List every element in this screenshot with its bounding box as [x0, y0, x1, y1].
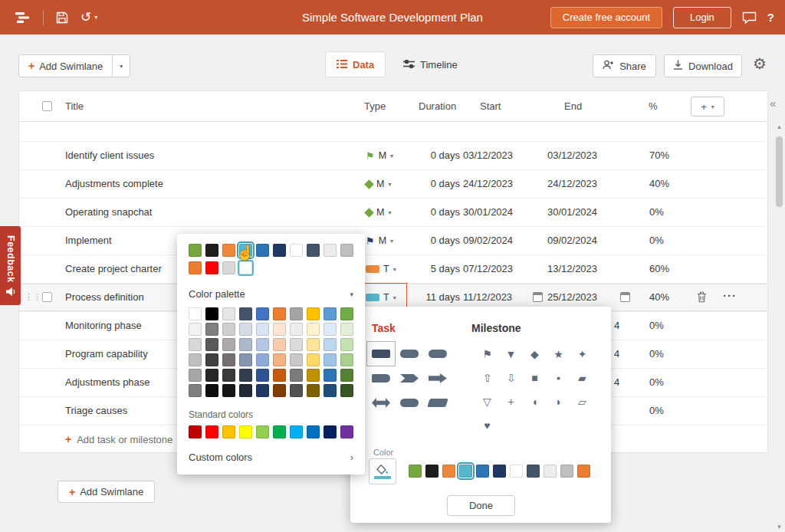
- color-swatch[interactable]: [256, 307, 269, 320]
- color-swatch[interactable]: [307, 338, 320, 351]
- color-swatch[interactable]: [256, 338, 269, 351]
- milestone-shape[interactable]: ⇩: [499, 366, 523, 389]
- color-swatch[interactable]: [340, 369, 353, 382]
- vertical-scrollbar[interactable]: ▴ ▾: [774, 121, 784, 532]
- column-header-type[interactable]: Type: [364, 100, 386, 112]
- color-swatch[interactable]: [205, 323, 218, 336]
- color-swatch[interactable]: [324, 323, 337, 336]
- color-swatch[interactable]: [239, 425, 252, 438]
- start-date-cell[interactable]: 03/12/2023: [463, 149, 513, 161]
- color-swatch[interactable]: [527, 465, 540, 478]
- color-swatch[interactable]: [290, 384, 303, 397]
- color-swatch[interactable]: [189, 307, 202, 320]
- task-shape-double-arrow[interactable]: [367, 391, 395, 415]
- column-header-title[interactable]: Title: [65, 100, 84, 112]
- chat-icon[interactable]: [742, 11, 757, 24]
- color-swatch[interactable]: [222, 425, 235, 438]
- milestone-shape[interactable]: ▪: [547, 366, 570, 389]
- milestone-shape[interactable]: ▼: [499, 342, 523, 366]
- color-swatch[interactable]: [324, 307, 337, 320]
- task-shape-rounded[interactable]: [396, 342, 423, 366]
- app-logo-icon[interactable]: [15, 11, 31, 24]
- color-swatch[interactable]: [239, 323, 252, 336]
- tab-data[interactable]: Data: [325, 51, 386, 77]
- color-swatch[interactable]: [189, 369, 202, 382]
- add-task-button[interactable]: +Add task or milestone: [65, 433, 172, 445]
- select-all-checkbox[interactable]: [42, 101, 52, 111]
- color-swatch[interactable]: [273, 307, 286, 320]
- scroll-up-arrow[interactable]: ▴: [774, 123, 784, 130]
- table-row[interactable]: Operating snapchatM▾0 days30/01/202430/0…: [19, 199, 767, 227]
- color-swatch[interactable]: [205, 384, 218, 397]
- color-swatch[interactable]: [189, 384, 202, 397]
- color-swatch[interactable]: [307, 244, 320, 257]
- color-swatch[interactable]: [340, 353, 353, 366]
- add-swimlane-main[interactable]: +Add Swimlane: [19, 55, 112, 77]
- color-swatch[interactable]: [290, 244, 303, 257]
- color-swatch[interactable]: [340, 307, 353, 320]
- color-swatch[interactable]: [256, 244, 269, 257]
- start-calendar-icon[interactable]: [533, 292, 543, 302]
- color-swatch[interactable]: [324, 338, 337, 351]
- color-swatch[interactable]: [256, 369, 269, 382]
- color-swatch[interactable]: [409, 465, 422, 478]
- color-swatch[interactable]: [222, 244, 235, 257]
- color-swatch[interactable]: [307, 323, 320, 336]
- row-checkbox[interactable]: [42, 292, 52, 302]
- milestone-shape[interactable]: ⚑: [475, 342, 499, 366]
- milestone-shape[interactable]: ■: [523, 366, 547, 389]
- color-swatch[interactable]: [273, 425, 286, 438]
- task-shape-pill[interactable]: [424, 342, 452, 366]
- color-swatch[interactable]: [307, 353, 320, 366]
- color-swatch[interactable]: [189, 425, 202, 438]
- color-swatch[interactable]: [222, 338, 235, 351]
- color-swatch[interactable]: [273, 244, 286, 257]
- color-swatch[interactable]: [222, 261, 235, 274]
- color-swatch[interactable]: [205, 425, 218, 438]
- undo-button[interactable]: ↺ ▾: [80, 11, 97, 24]
- milestone-shape[interactable]: ♥: [475, 413, 499, 437]
- color-swatch[interactable]: [324, 353, 337, 366]
- table-row[interactable]: Identify client issues⚑M▾0 days03/12/202…: [19, 142, 767, 170]
- color-swatch[interactable]: [307, 369, 320, 382]
- color-swatch[interactable]: [239, 307, 252, 320]
- start-date-cell[interactable]: 11/12/2023: [463, 291, 512, 303]
- column-header-start[interactable]: Start: [480, 100, 501, 112]
- task-shape-round-right[interactable]: [367, 366, 395, 390]
- color-swatch[interactable]: [256, 425, 269, 438]
- color-swatch[interactable]: [290, 353, 303, 366]
- save-icon[interactable]: [56, 11, 68, 24]
- add-swimlane-dropdown[interactable]: ▾: [112, 55, 130, 77]
- add-column-button[interactable]: +▾: [691, 97, 724, 117]
- color-swatch[interactable]: [189, 353, 202, 366]
- add-swimlane-bottom-button[interactable]: + Add Swimlane: [57, 481, 155, 503]
- color-swatch[interactable]: [493, 465, 506, 478]
- milestone-shape[interactable]: +: [499, 389, 523, 413]
- end-date-cell[interactable]: 30/01/2024: [547, 206, 597, 218]
- share-button[interactable]: Share: [593, 54, 656, 77]
- milestone-shape[interactable]: ★: [547, 342, 570, 366]
- color-swatch[interactable]: [324, 384, 337, 397]
- color-swatch[interactable]: [239, 261, 252, 274]
- color-swatch[interactable]: [256, 353, 269, 366]
- color-swatch[interactable]: [340, 338, 353, 351]
- color-swatch[interactable]: [222, 353, 235, 366]
- color-swatch[interactable]: [239, 369, 252, 382]
- color-swatch[interactable]: [290, 369, 303, 382]
- color-swatch[interactable]: [290, 323, 303, 336]
- color-swatch[interactable]: [189, 338, 202, 351]
- color-swatch[interactable]: [189, 261, 202, 274]
- color-swatch[interactable]: [189, 244, 202, 257]
- color-swatch[interactable]: [205, 369, 218, 382]
- color-swatch[interactable]: [307, 425, 320, 438]
- color-swatch[interactable]: [290, 338, 303, 351]
- color-swatch[interactable]: [273, 338, 286, 351]
- color-swatch[interactable]: [340, 323, 353, 336]
- milestone-shape[interactable]: ◗: [547, 389, 570, 413]
- start-date-cell[interactable]: 09/02/2024: [463, 235, 513, 246]
- scrollbar-thumb[interactable]: [776, 136, 783, 207]
- tab-timeline[interactable]: Timeline: [392, 51, 468, 77]
- color-swatch[interactable]: [560, 465, 573, 478]
- color-swatch[interactable]: [340, 384, 353, 397]
- color-swatch[interactable]: [222, 369, 235, 382]
